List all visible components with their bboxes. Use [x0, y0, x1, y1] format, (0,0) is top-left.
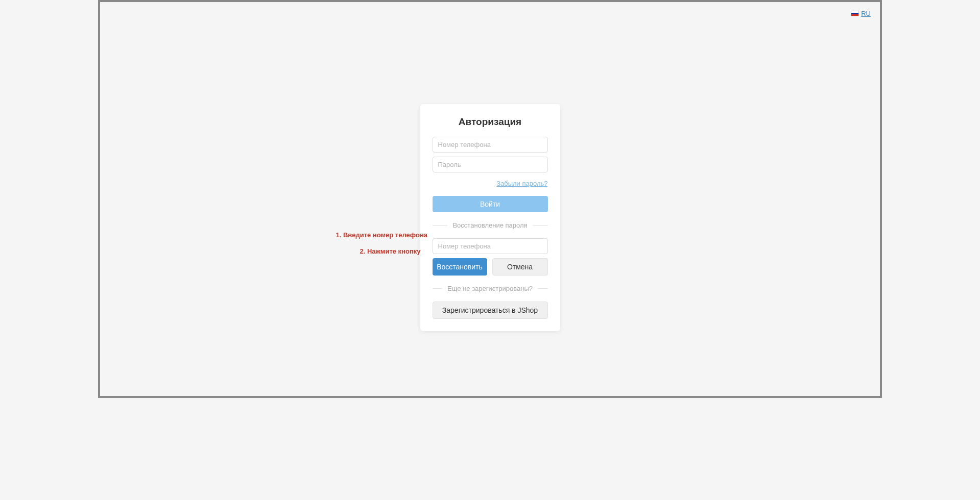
- language-selector[interactable]: RU: [851, 10, 871, 17]
- cancel-button[interactable]: Отмена: [492, 258, 548, 276]
- forgot-password-link[interactable]: Забыли пароль?: [496, 180, 547, 187]
- register-button[interactable]: Зарегистрироваться в JShop: [433, 302, 548, 319]
- phone-input[interactable]: [433, 137, 548, 153]
- annotation-step-2: 2. Нажмите кнопку: [360, 247, 421, 255]
- register-divider-text: Еще не зарегистрированы?: [447, 285, 533, 292]
- recovery-phone-input[interactable]: [433, 238, 548, 254]
- divider-line: [538, 288, 548, 289]
- register-divider: Еще не зарегистрированы?: [433, 285, 548, 292]
- login-button[interactable]: Войти: [433, 196, 548, 212]
- divider-line: [433, 288, 443, 289]
- divider-line: [533, 225, 548, 226]
- divider-line: [433, 225, 448, 226]
- recovery-divider: Восстановление пароля: [433, 221, 548, 229]
- russian-flag-icon: [851, 11, 859, 16]
- recover-button[interactable]: Восстановить: [433, 258, 487, 276]
- auth-card: 1. Введите номер телефона 2. Нажмите кно…: [420, 104, 560, 331]
- annotation-step-1: 1. Введите номер телефона: [336, 231, 428, 239]
- password-input[interactable]: [433, 157, 548, 172]
- recovery-divider-text: Восстановление пароля: [452, 221, 527, 229]
- language-link[interactable]: RU: [861, 10, 871, 17]
- auth-title: Авторизация: [433, 116, 548, 128]
